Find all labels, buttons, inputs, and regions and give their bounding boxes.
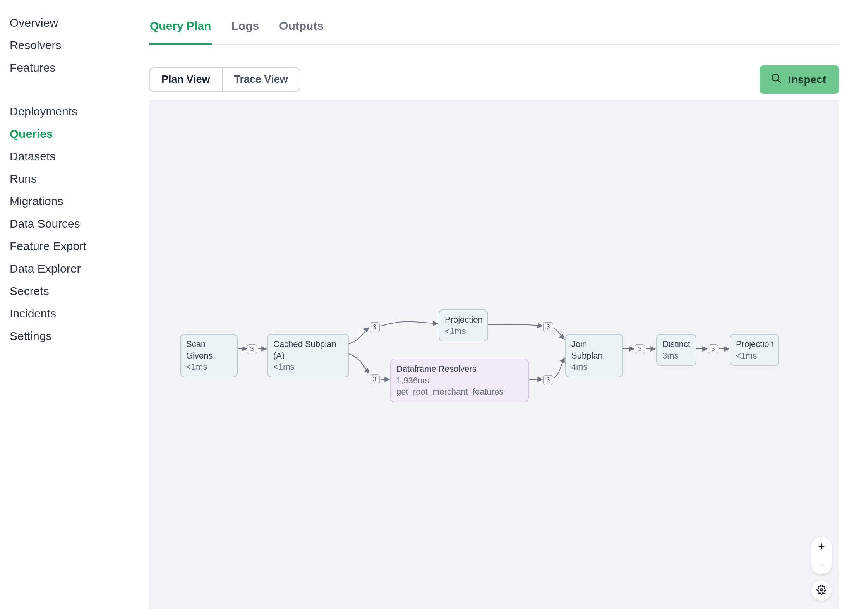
svg-point-2 — [820, 589, 823, 591]
plan-node-projection-1[interactable]: Projection <1ms — [439, 309, 488, 341]
inspect-button[interactable]: Inspect — [760, 65, 839, 94]
canvas-settings-button[interactable] — [811, 580, 832, 601]
node-title: Projection — [736, 338, 773, 350]
zoom-out-button[interactable]: − — [811, 556, 832, 574]
node-timing: 4ms — [571, 361, 617, 373]
svg-line-1 — [778, 80, 780, 82]
node-timing: <1ms — [445, 326, 482, 337]
node-title: Distinct — [662, 338, 690, 350]
search-icon — [770, 72, 782, 87]
sidebar-item-features[interactable]: Features — [10, 57, 149, 79]
edge-count: 3 — [370, 374, 380, 384]
node-timing: <1ms — [273, 361, 343, 373]
node-title: Projection — [445, 314, 482, 326]
edge-count: 3 — [635, 344, 645, 354]
node-timing: <1ms — [186, 361, 231, 373]
plan-view-button[interactable]: Plan View — [150, 68, 222, 91]
canvas-controls: + − — [811, 537, 832, 601]
edge-count: 3 — [543, 322, 553, 332]
tab-logs[interactable]: Logs — [230, 15, 260, 45]
minus-icon: − — [818, 558, 825, 571]
inspect-label: Inspect — [788, 74, 826, 86]
gear-icon — [816, 585, 826, 596]
edge-count: 3 — [543, 375, 553, 385]
sidebar-item-migrations[interactable]: Migrations — [10, 190, 149, 213]
sidebar-item-settings[interactable]: Settings — [10, 325, 149, 347]
edge-count: 3 — [708, 344, 718, 354]
sidebar-item-resolvers[interactable]: Resolvers — [10, 34, 149, 57]
main-content: Query Plan Logs Outputs Plan View Trace … — [149, 0, 847, 616]
tab-query-plan[interactable]: Query Plan — [149, 15, 212, 45]
plan-node-distinct[interactable]: Distinct 3ms — [656, 334, 696, 366]
edge-count: 3 — [370, 322, 380, 332]
sidebar-item-deployments[interactable]: Deployments — [10, 100, 149, 123]
sidebar-item-data-explorer[interactable]: Data Explorer — [10, 257, 149, 280]
plan-node-dataframe-resolvers[interactable]: Dataframe Resolvers 1,936ms get_root_mer… — [390, 359, 529, 402]
edge-count: 3 — [247, 344, 257, 354]
plan-node-cached-subplan[interactable]: Cached Subplan (A) <1ms — [267, 334, 349, 377]
sidebar-item-incidents[interactable]: Incidents — [10, 302, 149, 325]
sidebar-item-data-sources[interactable]: Data Sources — [10, 213, 149, 235]
sidebar-item-secrets[interactable]: Secrets — [10, 280, 149, 302]
zoom-in-button[interactable]: + — [811, 537, 832, 556]
view-switch: Plan View Trace View — [149, 67, 300, 92]
sidebar-item-queries[interactable]: Queries — [10, 123, 149, 145]
node-resolver-name: get_root_merchant_features — [396, 386, 523, 398]
zoom-controls: + − — [811, 537, 832, 574]
node-title: Dataframe Resolvers — [396, 363, 523, 375]
sidebar-item-runs[interactable]: Runs — [10, 168, 149, 190]
sidebar-group-main: Deployments Queries Datasets Runs Migrat… — [10, 100, 149, 347]
tabs: Query Plan Logs Outputs — [149, 15, 839, 45]
node-title: Cached Subplan (A) — [273, 338, 343, 361]
sidebar-item-overview[interactable]: Overview — [10, 12, 149, 34]
node-timing: 1,936ms — [396, 375, 523, 386]
node-timing: <1ms — [736, 350, 773, 362]
sidebar: Overview Resolvers Features Deployments … — [0, 0, 149, 616]
plan-canvas[interactable]: Scan Givens <1ms Cached Subplan (A) <1ms… — [149, 100, 839, 609]
sidebar-group-top: Overview Resolvers Features — [10, 12, 149, 79]
toolbar: Plan View Trace View Inspect — [149, 45, 843, 100]
plan-node-projection-2[interactable]: Projection <1ms — [730, 334, 779, 366]
node-title: Scan Givens — [186, 338, 231, 361]
tab-outputs[interactable]: Outputs — [278, 15, 324, 45]
plan-node-scan-givens[interactable]: Scan Givens <1ms — [180, 334, 238, 377]
sidebar-item-feature-export[interactable]: Feature Export — [10, 235, 149, 257]
plus-icon: + — [818, 540, 825, 553]
node-title: Join Subplan — [571, 338, 617, 361]
plan-node-join-subplan[interactable]: Join Subplan 4ms — [565, 334, 623, 377]
node-timing: 3ms — [662, 350, 690, 362]
trace-view-button[interactable]: Trace View — [222, 68, 300, 91]
sidebar-item-datasets[interactable]: Datasets — [10, 145, 149, 168]
